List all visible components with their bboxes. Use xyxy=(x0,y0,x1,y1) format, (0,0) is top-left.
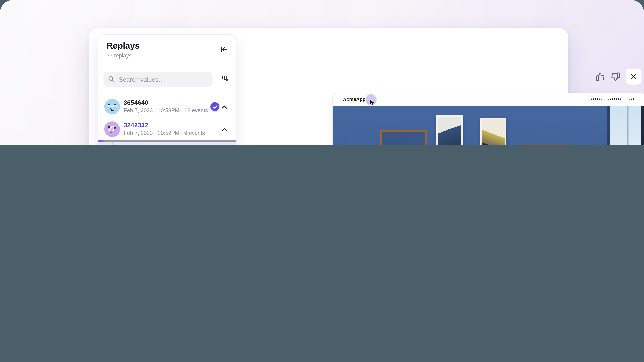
session-row[interactable]: 3654640 Feb 7, 2023 · 10:58PM · 12 event… xyxy=(98,95,236,118)
page-title: Replays xyxy=(106,41,140,51)
hero-section: ****** ****** **** **** **** ****** ****… xyxy=(333,106,644,145)
session-replay-app: AcmeApp ****** ******* **** xyxy=(0,0,644,145)
thumbs-down-icon xyxy=(610,77,620,83)
session-meta: Feb 7, 2023 · 10:52PM · 9 events xyxy=(124,130,205,136)
avatar xyxy=(104,121,120,137)
session-selected-badge xyxy=(210,102,219,111)
search-row xyxy=(98,64,236,95)
nav-item-masked: ****** xyxy=(591,98,602,102)
nav-item-masked: ******* xyxy=(608,98,621,102)
session-list: 3654640 Feb 7, 2023 · 10:58PM · 12 event… xyxy=(98,95,236,145)
cursor-icon xyxy=(370,99,376,108)
thumbs-up-icon xyxy=(595,77,606,83)
session-meta: Feb 7, 2023 · 10:58PM · 12 events xyxy=(124,107,208,114)
avatar xyxy=(104,99,120,114)
close-button[interactable] xyxy=(625,68,642,85)
close-icon xyxy=(630,73,637,81)
panel-header: Replays 37 replays xyxy=(98,35,236,64)
collapse-panel-button[interactable] xyxy=(219,45,229,55)
recorded-site-header: AcmeApp ****** ******* **** xyxy=(333,93,644,106)
event-list: 10:52 PM Viewed Page 10:52 PM Logged In … xyxy=(98,142,236,145)
replay-viewport: AcmeApp ****** ******* **** xyxy=(332,93,644,145)
feedback-thumbs-down-button[interactable] xyxy=(610,72,621,83)
session-collapse-toggle[interactable] xyxy=(221,126,228,133)
replay-count: 37 replays xyxy=(106,52,132,59)
session-id: 3242332 xyxy=(124,121,148,129)
site-nav: ****** ******* **** xyxy=(591,98,635,102)
session-id: 3654640 xyxy=(124,99,148,106)
feedback-thumbs-up-button[interactable] xyxy=(595,72,606,83)
chevron-up-icon xyxy=(221,126,227,133)
search-input[interactable] xyxy=(118,72,209,87)
check-icon xyxy=(213,103,217,110)
chevron-up-icon xyxy=(221,104,227,110)
nav-item-masked: **** xyxy=(627,98,635,102)
session-progress-fill xyxy=(98,140,104,142)
session-row[interactable]: 3242332 Feb 7, 2023 · 10:52PM · 9 events xyxy=(98,118,236,140)
search-box xyxy=(104,72,213,87)
collapse-left-icon xyxy=(219,49,228,55)
filter-button[interactable] xyxy=(219,73,230,85)
replays-panel: Replays 37 replays xyxy=(98,34,236,145)
session-progress-bar xyxy=(98,140,236,142)
hero-shading xyxy=(333,106,644,145)
site-brand: AcmeApp xyxy=(343,97,366,102)
sort-filter-icon xyxy=(220,78,230,84)
event-row[interactable]: 10:52 PM Viewed Page xyxy=(98,142,236,145)
session-collapse-toggle[interactable] xyxy=(221,104,228,110)
